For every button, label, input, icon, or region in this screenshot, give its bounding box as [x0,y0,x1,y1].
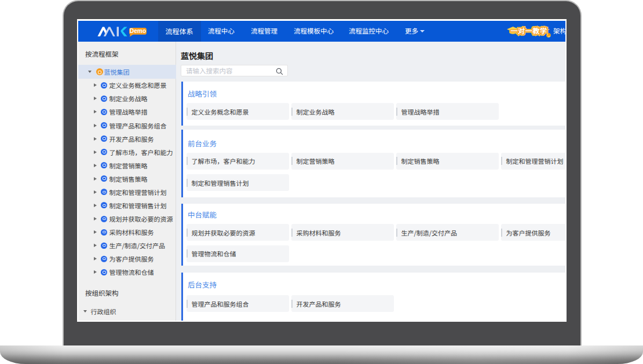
svg-text:Demo: Demo [130,28,146,34]
svg-text:一对一教学: 一对一教学 [511,25,547,36]
